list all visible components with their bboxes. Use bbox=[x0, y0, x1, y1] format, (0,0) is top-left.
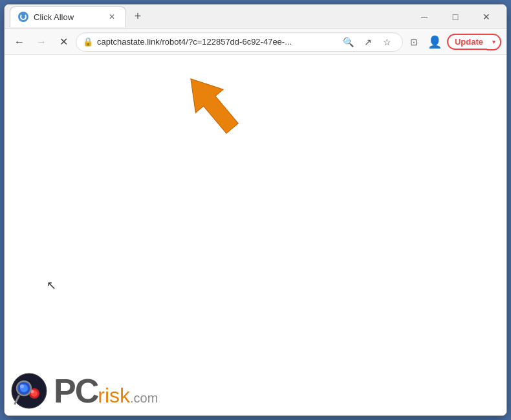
mouse-cursor: ↖ bbox=[47, 278, 56, 293]
toolbar-right: ⊡ 👤 Update ▾ bbox=[406, 32, 501, 52]
risk-text: risk.com bbox=[98, 385, 158, 406]
update-button[interactable]: Update bbox=[447, 34, 490, 50]
close-button[interactable]: ✕ bbox=[472, 6, 501, 27]
orange-arrow bbox=[179, 68, 244, 142]
forward-button[interactable]: → bbox=[32, 32, 51, 52]
address-icons: 🔍 ↗ ☆ bbox=[340, 34, 396, 50]
tab-area: Click Allow ✕ + bbox=[10, 6, 406, 27]
share-icon-btn[interactable]: ↗ bbox=[360, 34, 376, 50]
reload-button[interactable]: ✕ bbox=[54, 32, 73, 52]
bookmark-icon-btn[interactable]: ☆ bbox=[379, 34, 396, 50]
watermark: PCrisk.com bbox=[11, 373, 158, 409]
url-text: captchastate.link/robot4/?c=122857dd-6c9… bbox=[97, 37, 336, 47]
maximize-button[interactable]: □ bbox=[440, 6, 470, 27]
pcrisk-icon bbox=[11, 373, 47, 409]
lock-icon: 🔒 bbox=[83, 37, 93, 47]
browser-window: Click Allow ✕ + ─ □ ✕ ← → ✕ 🔒 captchasta… bbox=[4, 4, 507, 416]
minimize-button[interactable]: ─ bbox=[409, 6, 439, 27]
profile-button[interactable]: 👤 bbox=[425, 32, 444, 52]
pcrisk-text: PCrisk.com bbox=[54, 374, 158, 408]
search-icon-btn[interactable]: 🔍 bbox=[340, 34, 357, 50]
update-menu-button[interactable]: ▾ bbox=[487, 34, 501, 50]
tab-sidebar-button[interactable]: ⊡ bbox=[406, 34, 422, 50]
title-bar: Click Allow ✕ + ─ □ ✕ bbox=[5, 5, 506, 29]
back-button[interactable]: ← bbox=[10, 32, 29, 52]
address-bar[interactable]: 🔒 captchastate.link/robot4/?c=122857dd-6… bbox=[76, 32, 403, 52]
favicon-spinner bbox=[20, 14, 27, 20]
update-button-group: Update ▾ bbox=[447, 34, 501, 50]
svg-point-4 bbox=[20, 384, 24, 388]
dot-com-text: .com bbox=[130, 391, 158, 405]
window-controls: ─ □ ✕ bbox=[409, 6, 501, 27]
tab-close-button[interactable]: ✕ bbox=[106, 11, 118, 23]
nav-bar: ← → ✕ 🔒 captchastate.link/robot4/?c=1228… bbox=[5, 29, 506, 55]
tab-favicon bbox=[18, 12, 28, 22]
new-tab-button[interactable]: + bbox=[129, 8, 147, 26]
svg-marker-0 bbox=[179, 68, 244, 139]
pc-text: PC bbox=[54, 374, 98, 408]
content-area: ↖ PCrisk.com bbox=[5, 55, 506, 415]
tab-title: Click Allow bbox=[34, 12, 101, 22]
active-tab[interactable]: Click Allow ✕ bbox=[10, 6, 126, 27]
